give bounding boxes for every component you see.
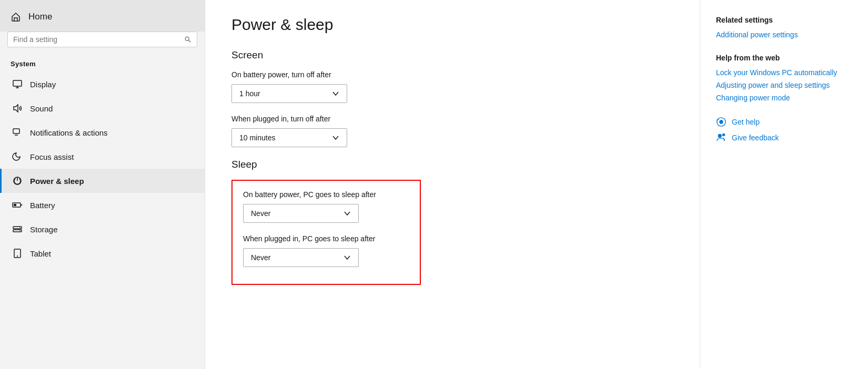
main-content: Power & sleep Screen On battery power, t… — [205, 0, 700, 369]
sleep-plugged-dropdown[interactable]: Never — [243, 248, 359, 267]
help-from-web-heading: Help from the web — [716, 54, 852, 62]
screen-battery-value: 1 hour — [239, 89, 260, 98]
sidebar-item-battery[interactable]: Battery — [0, 193, 205, 217]
sleep-battery-dropdown[interactable]: Never — [243, 204, 359, 223]
screen-plugged-setting: When plugged in, turn off after 10 minut… — [231, 115, 673, 147]
sidebar-item-power[interactable]: Power & sleep — [0, 169, 205, 193]
give-feedback-label: Give feedback — [732, 134, 779, 142]
svg-line-1 — [189, 40, 191, 43]
storage-icon — [12, 224, 23, 234]
sleep-battery-setting: On battery power, PC goes to sleep after… — [243, 190, 409, 223]
svg-rect-12 — [14, 204, 16, 206]
home-button[interactable]: Home — [0, 0, 205, 32]
search-box[interactable] — [7, 32, 197, 47]
get-help-link[interactable]: Get help — [716, 117, 852, 127]
sleep-plugged-setting: When plugged in, PC goes to sleep after … — [243, 234, 409, 267]
svg-point-16 — [19, 230, 21, 231]
section-title: System — [0, 55, 205, 72]
svg-marker-5 — [14, 105, 18, 112]
screen-battery-dropdown[interactable]: 1 hour — [231, 84, 347, 103]
related-settings-heading: Related settings — [716, 16, 852, 24]
sidebar-item-focus[interactable]: Focus assist — [0, 145, 205, 169]
sidebar-item-label: Display — [30, 80, 56, 89]
sleep-battery-value: Never — [251, 209, 270, 218]
give-feedback-link[interactable]: Give feedback — [716, 132, 852, 143]
svg-rect-2 — [13, 80, 22, 86]
sleep-heading: Sleep — [231, 159, 673, 170]
sleep-battery-label: On battery power, PC goes to sleep after — [243, 190, 409, 199]
screen-plugged-value: 10 minutes — [239, 134, 275, 142]
screen-plugged-dropdown[interactable]: 10 minutes — [231, 128, 347, 147]
moon-icon — [12, 151, 23, 162]
home-label: Home — [28, 12, 52, 22]
notification-icon — [12, 127, 23, 138]
sidebar-item-display[interactable]: Display — [0, 72, 205, 96]
sleep-plugged-label: When plugged in, PC goes to sleep after — [243, 234, 409, 243]
additional-power-settings-link[interactable]: Additional power settings — [716, 30, 852, 39]
sidebar-item-notifications[interactable]: Notifications & actions — [0, 120, 205, 145]
get-help-label: Get help — [732, 118, 760, 126]
sidebar-item-storage[interactable]: Storage — [0, 217, 205, 241]
sidebar: Home System Display Sound Notific — [0, 0, 205, 369]
screen-heading: Screen — [231, 49, 673, 61]
page-title: Power & sleep — [231, 16, 673, 34]
feedback-icon — [716, 132, 726, 143]
sidebar-item-label: Storage — [30, 225, 58, 234]
chevron-down-icon — [332, 90, 339, 97]
search-input[interactable] — [13, 35, 184, 44]
get-help-icon — [716, 117, 726, 127]
sidebar-item-label: Battery — [30, 201, 55, 210]
sleep-section: Sleep On battery power, PC goes to sleep… — [231, 159, 673, 285]
search-icon — [184, 36, 191, 43]
screen-battery-setting: On battery power, turn off after 1 hour — [231, 70, 673, 103]
power-icon — [12, 176, 23, 186]
tablet-icon — [12, 248, 23, 259]
action-links: Get help Give feedback — [716, 117, 852, 143]
monitor-icon — [12, 79, 23, 89]
svg-rect-6 — [13, 129, 19, 134]
sidebar-item-tablet[interactable]: Tablet — [0, 241, 205, 265]
battery-icon — [12, 200, 23, 210]
sidebar-item-label: Sound — [30, 104, 53, 113]
svg-point-22 — [722, 134, 725, 136]
right-panel: Related settings Additional power settin… — [700, 0, 868, 369]
screen-battery-label: On battery power, turn off after — [231, 70, 673, 79]
sidebar-item-label: Power & sleep — [30, 177, 84, 186]
help-link-1[interactable]: Adjusting power and sleep settings — [716, 81, 852, 89]
sidebar-item-label: Notifications & actions — [30, 128, 108, 137]
home-icon — [11, 12, 21, 22]
svg-point-15 — [19, 227, 21, 228]
chevron-down-icon — [344, 254, 351, 261]
chevron-down-icon — [332, 134, 339, 141]
screen-plugged-label: When plugged in, turn off after — [231, 115, 673, 123]
sleep-settings-box: On battery power, PC goes to sleep after… — [231, 180, 421, 285]
sound-icon — [12, 103, 23, 114]
svg-point-20 — [719, 120, 723, 124]
sidebar-item-sound[interactable]: Sound — [0, 96, 205, 120]
svg-point-0 — [185, 37, 189, 40]
help-link-2[interactable]: Changing power mode — [716, 94, 852, 102]
sleep-plugged-value: Never — [251, 253, 270, 262]
chevron-down-icon — [344, 210, 351, 217]
sidebar-item-label: Tablet — [30, 249, 51, 258]
help-link-0[interactable]: Lock your Windows PC automatically — [716, 68, 852, 77]
svg-point-21 — [718, 134, 722, 138]
sidebar-item-label: Focus assist — [30, 152, 74, 161]
